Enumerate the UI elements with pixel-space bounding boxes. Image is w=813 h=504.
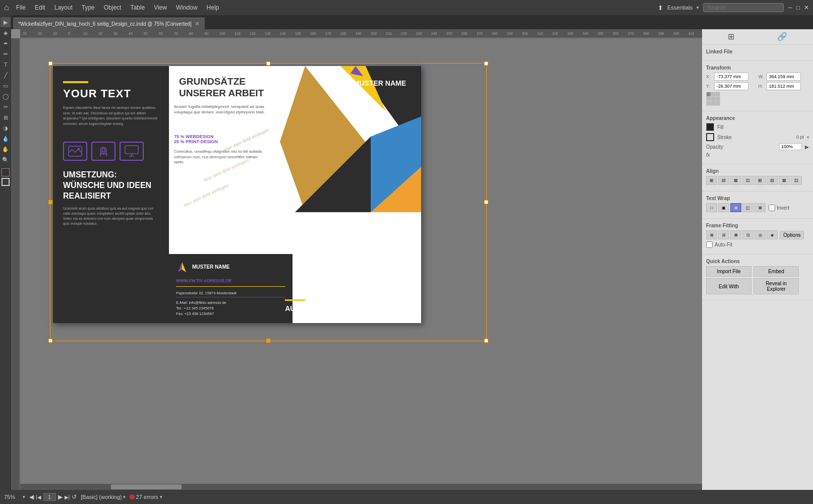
handle-bl[interactable] xyxy=(48,339,52,343)
ref-br[interactable] xyxy=(716,101,720,105)
publish-icon[interactable]: ⬆ xyxy=(658,4,663,12)
ref-bl[interactable] xyxy=(707,101,711,105)
home-icon[interactable]: ⌂ xyxy=(4,3,9,12)
panel-link-icon[interactable]: 🔗 xyxy=(777,32,787,41)
tw-none-btn[interactable]: □ xyxy=(706,203,717,212)
ref-bc[interactable] xyxy=(711,101,715,105)
distribute-v-btn[interactable]: ⊡ xyxy=(791,176,802,185)
rect-tool[interactable]: ▭ xyxy=(1,81,11,91)
fill-color[interactable] xyxy=(2,168,10,176)
menu-file[interactable]: File xyxy=(12,3,30,12)
handle-tr[interactable] xyxy=(484,61,488,66)
handle-tl[interactable] xyxy=(48,61,52,66)
ff-fit-proportional-btn[interactable]: ⊟ xyxy=(718,230,729,239)
tw-jump-btn[interactable]: ⊞ xyxy=(730,203,741,212)
menu-help[interactable]: Help xyxy=(203,3,223,12)
line-tool[interactable]: ╱ xyxy=(1,70,11,80)
style-dropdown-icon[interactable]: ▾ xyxy=(123,494,126,499)
stroke-dropdown-icon[interactable]: ▾ xyxy=(807,135,809,140)
handle-bc[interactable] xyxy=(266,339,270,343)
maximize-icon[interactable]: □ xyxy=(796,4,800,11)
align-left-btn[interactable]: ⊞ xyxy=(706,176,717,185)
import-file-button[interactable]: Import File xyxy=(706,266,751,277)
h-scrollbar[interactable] xyxy=(20,484,702,490)
active-tab[interactable]: *Wickelfalzflyer_DIN_lang_hoch_6 seitig_… xyxy=(13,18,205,29)
ff-fill2-btn[interactable]: ◈ xyxy=(767,230,778,239)
menu-view[interactable]: View xyxy=(150,3,171,12)
free-transform-tool[interactable]: ⊞ xyxy=(1,112,11,122)
auto-fit-checkbox[interactable] xyxy=(706,241,713,248)
pencil-tool[interactable]: ✏ xyxy=(1,49,11,59)
tw-no-text-btn[interactable]: ⊠ xyxy=(754,203,766,212)
zoom-tool[interactable]: 🔍 xyxy=(1,155,11,165)
ff-fit-frame-btn[interactable]: ⊠ xyxy=(730,230,741,239)
menu-object[interactable]: Object xyxy=(100,3,126,12)
y-input[interactable] xyxy=(714,82,748,90)
h-input[interactable] xyxy=(767,82,801,90)
embed-button[interactable]: Embed xyxy=(753,266,799,277)
ff-content-frame-btn[interactable]: ⊡ xyxy=(742,230,753,239)
error-badge[interactable]: 27 errors ▾ xyxy=(130,494,162,500)
align-center-v-btn[interactable]: ⊞ xyxy=(754,176,766,185)
page-refresh-btn[interactable]: ↺ xyxy=(72,493,77,500)
canvas-area[interactable]: YOUR TEXT Equam sitauearhic illaut facea… xyxy=(20,38,702,490)
ref-mc[interactable] xyxy=(711,97,715,101)
essentials-dropdown-icon[interactable]: ▾ xyxy=(696,5,699,10)
edit-with-button[interactable]: Edit With xyxy=(706,278,751,294)
tw-next-col-btn[interactable]: ◫ xyxy=(742,203,753,212)
handle-br[interactable] xyxy=(484,339,488,343)
ff-fill-btn[interactable]: ⊞ xyxy=(706,230,717,239)
fx-button[interactable]: fx xyxy=(706,152,710,158)
stroke-swatch[interactable] xyxy=(706,133,714,141)
eyedropper-tool[interactable]: 💧 xyxy=(1,134,11,144)
zoom-dropdown-icon[interactable]: ▾ xyxy=(23,494,25,499)
align-right-btn[interactable]: ⊠ xyxy=(730,176,741,185)
ff-center-btn[interactable]: ◎ xyxy=(754,230,766,239)
menu-table[interactable]: Table xyxy=(126,3,149,12)
tw-wrap-btn[interactable]: ▣ xyxy=(718,203,729,212)
pen-tool[interactable]: ✒ xyxy=(1,38,11,48)
ref-tc[interactable] xyxy=(711,92,715,96)
align-center-h-btn[interactable]: ⊟ xyxy=(718,176,729,185)
ref-point-grid[interactable] xyxy=(706,92,720,106)
align-bottom-btn[interactable]: ⊟ xyxy=(767,176,778,185)
ref-ml[interactable] xyxy=(707,97,711,101)
ref-tl[interactable] xyxy=(707,92,711,96)
search-input[interactable] xyxy=(703,3,784,12)
hand-tool[interactable]: ✋ xyxy=(1,144,11,154)
scissors-tool[interactable]: ✂ xyxy=(1,102,11,112)
minimize-icon[interactable]: ─ xyxy=(788,4,792,11)
x-input[interactable] xyxy=(714,73,748,81)
error-dropdown-icon[interactable]: ▾ xyxy=(160,494,162,499)
ellipse-tool[interactable]: ◯ xyxy=(1,91,11,101)
handle-mr[interactable] xyxy=(484,200,488,204)
page-prev-btn[interactable]: ◀ xyxy=(29,493,34,500)
ff-options-button[interactable]: Options xyxy=(780,231,804,239)
h-scroll-thumb[interactable] xyxy=(111,484,182,489)
gradient-tool[interactable]: ◑ xyxy=(1,123,11,133)
direct-select-tool[interactable]: ◈ xyxy=(1,28,11,38)
w-input[interactable] xyxy=(767,73,801,81)
stroke-color[interactable] xyxy=(2,178,10,186)
fill-swatch[interactable] xyxy=(706,123,714,131)
reveal-in-explorer-button[interactable]: Reveal in Explorer xyxy=(753,278,799,294)
page-first-btn[interactable]: |◀ xyxy=(36,494,41,500)
close-icon[interactable]: ✕ xyxy=(804,4,809,11)
essentials-label[interactable]: Essentials xyxy=(667,5,692,11)
handle-ml[interactable] xyxy=(48,200,52,204)
style-dropdown[interactable]: [Basic] (working) ▾ xyxy=(81,494,125,500)
opacity-expand-icon[interactable]: ▶ xyxy=(805,144,809,150)
tab-close-button[interactable]: ✕ xyxy=(195,20,200,27)
text-tool[interactable]: T xyxy=(1,59,11,70)
ref-mr[interactable] xyxy=(716,97,720,101)
panel-grid-icon[interactable]: ⊞ xyxy=(728,32,734,41)
menu-edit[interactable]: Edit xyxy=(31,3,49,12)
menu-window[interactable]: Window xyxy=(172,3,202,12)
selection-tool[interactable]: ▶ xyxy=(1,17,11,27)
page-input[interactable] xyxy=(43,493,56,501)
page-last-btn[interactable]: ▶| xyxy=(65,494,70,500)
opacity-input[interactable] xyxy=(779,143,802,150)
invert-checkbox[interactable] xyxy=(769,205,775,211)
page-next-btn[interactable]: ▶ xyxy=(58,493,63,500)
menu-type[interactable]: Type xyxy=(78,3,99,12)
